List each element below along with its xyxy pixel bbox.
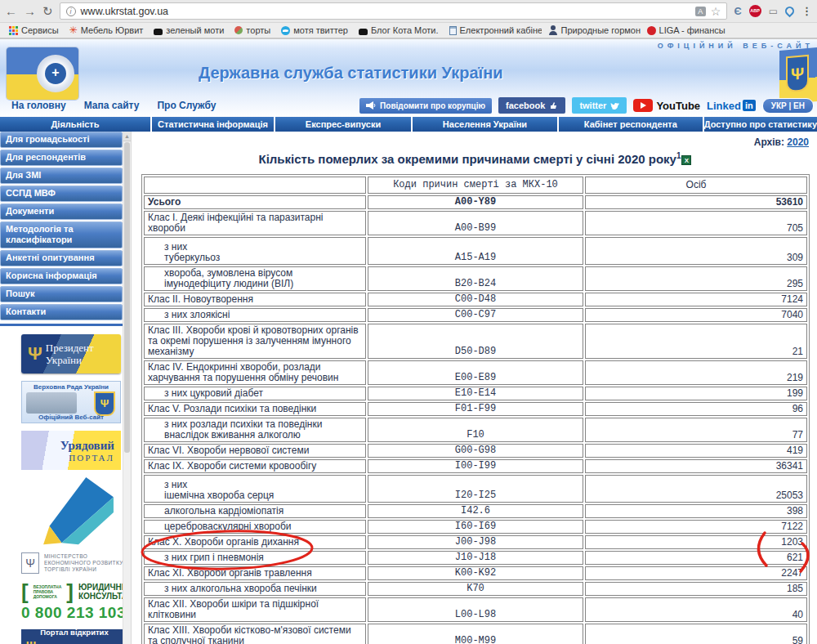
linkedin-in-icon: in xyxy=(743,100,756,111)
bookmark-star-icon[interactable]: ☆ xyxy=(711,5,721,18)
sidebar-scrollbar[interactable]: ▲ xyxy=(123,132,132,644)
bookmark-item[interactable]: Природные гормон xyxy=(544,25,641,35)
archive-year-link[interactable]: 2020 xyxy=(787,136,809,148)
deaths-count: 295 xyxy=(585,266,807,291)
site-title: Державна служба статистики України xyxy=(199,64,503,83)
nav-tab[interactable]: Доступно про статистику xyxy=(704,117,817,132)
table-row: хвороба, зумовлена вірусом імунодефіциту… xyxy=(144,266,807,291)
drop-extension-icon[interactable] xyxy=(784,5,797,18)
table-row: Клас XII. Хвороби шкіри та підшкірної кл… xyxy=(144,597,807,622)
table-row: Клас III. Хвороби крові й кровотворних о… xyxy=(144,324,807,359)
president-banner[interactable]: Ψ ПрезидентУкраїни xyxy=(21,334,121,373)
extension-icon[interactable]: Є xyxy=(734,5,741,17)
cast-icon[interactable]: ▭ xyxy=(769,6,778,17)
deaths-count: 705 xyxy=(585,211,807,235)
table-row: з них цукровий діабет E10-E14 199 xyxy=(144,387,807,400)
adblock-icon[interactable]: ABP xyxy=(749,5,761,17)
icd-code: C00-C97 xyxy=(368,308,583,322)
sidebar-item[interactable]: Для ЗМІ xyxy=(0,168,123,184)
twitter-button[interactable]: twitter xyxy=(572,97,627,114)
sidebar-item[interactable]: Корисна інформація xyxy=(0,268,123,284)
language-switcher[interactable]: УКР | ЕН xyxy=(762,98,814,114)
bookmark-label: Природные гормон xyxy=(561,25,641,35)
trident-icon: Ψ xyxy=(94,391,115,416)
table-row: Клас X. Хвороби органів дихання J00-J98 … xyxy=(144,535,807,549)
bookmark-label: Електронний кабіне xyxy=(460,25,542,35)
scrollbar-thumb[interactable] xyxy=(124,142,130,453)
facebook-button[interactable]: facebook xyxy=(498,97,565,114)
forward-icon[interactable]: → xyxy=(24,5,36,17)
scroll-up-icon[interactable]: ▲ xyxy=(123,132,131,141)
bookmark-item[interactable]: Електронний кабіне xyxy=(445,25,542,35)
nav-tab[interactable]: Експрес-випуски xyxy=(275,117,411,132)
parliament-building-icon xyxy=(26,392,77,414)
bookmark-item[interactable]: Блог Кота Моти. xyxy=(355,25,443,35)
report-corruption-button[interactable]: Повідомити про корупцію xyxy=(359,98,492,114)
nav-tab[interactable]: Населення України xyxy=(413,117,557,132)
site-logo[interactable]: + xyxy=(7,47,78,100)
icd-code: J00-J98 xyxy=(368,535,583,549)
government-portal-banner[interactable]: Урядовий ПОРТАЛ xyxy=(21,431,121,470)
bookmark-item[interactable]: LIGA - финансы xyxy=(643,25,730,35)
address-bar[interactable]: i www.ukrstat.gov.ua A ☆ xyxy=(60,2,728,20)
icd-code: B20-B24 xyxy=(368,266,583,291)
trident-icon: Ψ xyxy=(21,552,39,574)
icd-code: I00-I99 xyxy=(368,459,583,473)
nav-tab[interactable]: Кабінет респондента xyxy=(559,117,703,132)
bookmark-item[interactable]: зеленый моти xyxy=(150,25,228,35)
nav-tab[interactable]: Статистична інформація xyxy=(152,117,274,132)
cause-label: Клас IV. Ендокринні хвороби, розлади хар… xyxy=(144,360,366,385)
sidebar-item[interactable]: Контакти xyxy=(0,304,123,320)
open-data-banner[interactable]: Ψ Портал відкритих даних Єдиний державни… xyxy=(21,629,131,644)
cause-label: з них розлади психіки та поведінки внасл… xyxy=(144,418,366,442)
sidebar-item[interactable]: Для респондентів xyxy=(0,150,123,166)
back-icon[interactable]: ← xyxy=(5,5,17,17)
twitter-icon xyxy=(281,26,290,35)
megaphone-icon xyxy=(366,101,376,110)
header-link[interactable]: Про Службу xyxy=(157,100,216,111)
sidebar-item[interactable]: Для громадськості xyxy=(0,132,123,148)
nav-tab[interactable]: Діяльність xyxy=(0,117,150,132)
bookmark-item[interactable]: торты xyxy=(230,25,275,35)
table-row: Клас XIII. Хвороби кістково-м'язової сис… xyxy=(144,624,807,644)
url-text[interactable]: www.ukrstat.gov.ua xyxy=(81,6,690,17)
sidebar-item[interactable]: Пошук xyxy=(0,286,123,302)
trident-icon: Ψ xyxy=(786,55,809,92)
bracket-logo-icon: [ xyxy=(21,581,29,602)
sidebar-item[interactable]: ССПД МВФ xyxy=(0,186,123,202)
main-navigation: ДіяльністьСтатистична інформаціяЕкспрес-… xyxy=(0,117,817,132)
sidebar-item[interactable]: Методологія та класифікатори xyxy=(0,221,123,248)
excel-download-icon[interactable]: X xyxy=(681,155,691,165)
rada-banner[interactable]: Верховна Рада України Ψ Офіційний Веб-са… xyxy=(21,381,121,423)
linkedin-button[interactable]: Linked in xyxy=(707,100,756,112)
table-row: Клас IX. Хвороби системи кровообігу I00-… xyxy=(144,459,807,473)
deaths-count: 53610 xyxy=(585,195,807,209)
chrome-menu-icon[interactable]: ⋮ xyxy=(801,5,812,17)
bookmark-item[interactable]: Мебель Юрвит xyxy=(65,25,148,35)
ukraine-flag-icon: Ψ xyxy=(779,47,817,105)
icd-code: K70 xyxy=(368,582,583,596)
header-link[interactable]: На головну xyxy=(11,100,66,111)
youtube-button[interactable]: YouTube xyxy=(633,99,700,112)
sidebar-item[interactable]: Документи xyxy=(0,203,123,220)
legal-aid-phone: 0 800 213 103 xyxy=(21,604,136,622)
extensions-area: Є ABP ▭ ⋮ xyxy=(734,5,812,17)
bookmark-item[interactable]: Сервисы xyxy=(5,25,63,35)
icd-code: L00-L98 xyxy=(368,597,583,622)
footnote-marker: 1 xyxy=(676,151,681,160)
legal-aid-banner[interactable]: [ БЕЗОПЛАТНА ПРАВОВА ДОПОМОГА ] ЮРИДИЧНІ… xyxy=(21,581,136,622)
page-info-icon[interactable]: i xyxy=(66,7,76,16)
bookmark-item[interactable]: мотя твиттер xyxy=(277,25,352,35)
cause-label: Клас V. Розлади психіки та поведінки xyxy=(144,402,366,416)
translate-icon[interactable]: A xyxy=(695,7,706,16)
archive-line: Архів: 2020 xyxy=(141,136,809,148)
statistics-emblem-icon: + xyxy=(37,55,74,92)
reload-icon[interactable]: ↻ xyxy=(42,5,53,17)
icd-code: F10 xyxy=(368,418,583,442)
sidebar-item[interactable]: Анкетні опитування xyxy=(0,250,123,266)
icd-code: A00-B99 xyxy=(368,211,583,235)
header-link[interactable]: Мапа сайту xyxy=(84,100,140,111)
icd-code: I20-I25 xyxy=(368,475,583,503)
bookmark-label: Сервисы xyxy=(21,25,59,35)
ministry-banner[interactable]: Ψ МІНІСТЕРСТВО ЕКОНОМІЧНОГО РОЗВИТКУ І Т… xyxy=(21,477,136,574)
